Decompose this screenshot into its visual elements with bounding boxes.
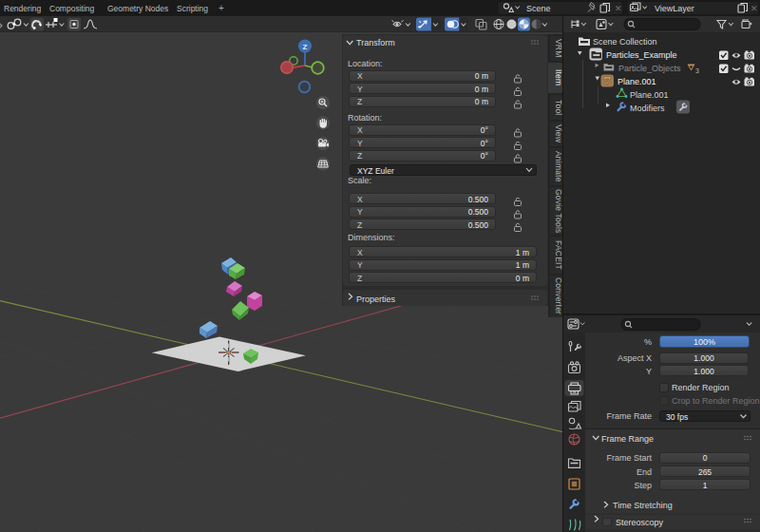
svg-text:✕: ✕ bbox=[615, 4, 622, 13]
svg-text:Particle_Objects: Particle_Objects bbox=[618, 64, 681, 73]
svg-text:Scene: Scene bbox=[526, 4, 551, 13]
svg-text:3: 3 bbox=[695, 67, 699, 74]
svg-text:Plane.001: Plane.001 bbox=[618, 77, 656, 86]
svg-text:Plane.001: Plane.001 bbox=[630, 90, 669, 100]
svg-text:✕: ✕ bbox=[750, 4, 758, 13]
svg-text:Modifiers: Modifiers bbox=[630, 104, 665, 113]
svg-text:Z: Z bbox=[303, 43, 308, 51]
svg-text:Particles_Example: Particles_Example bbox=[606, 50, 677, 60]
svg-text:ViewLayer: ViewLayer bbox=[655, 4, 694, 13]
svg-text:Scene Collection: Scene Collection bbox=[593, 37, 657, 47]
